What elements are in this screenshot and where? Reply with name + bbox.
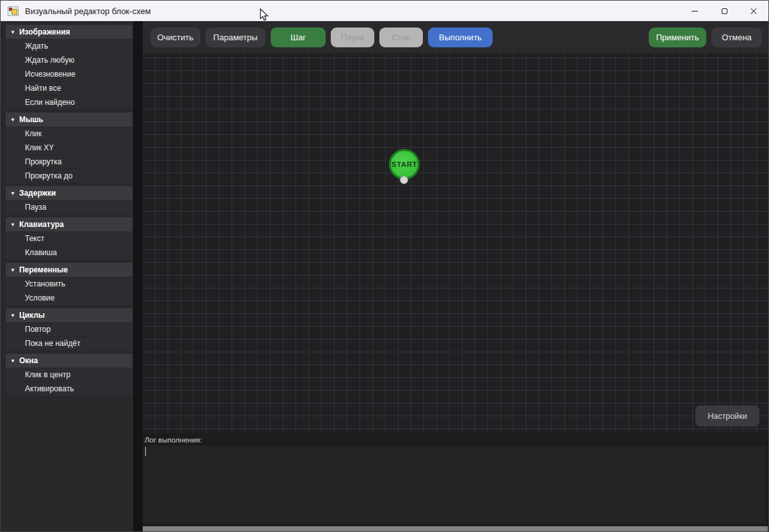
- sidebar-group-images: ▼Изображения Ждать Ждать любую Исчезнове…: [6, 25, 132, 109]
- maximize-icon: [722, 8, 727, 14]
- group-header-label: Циклы: [19, 311, 45, 320]
- app-icon: [8, 6, 19, 16]
- collapse-triangle-icon: ▼: [10, 117, 15, 123]
- minimize-button[interactable]: [680, 1, 710, 21]
- log-panel: Лог выполнения:: [143, 433, 769, 532]
- sidebar-item-disappear[interactable]: Исчезновение: [6, 67, 132, 81]
- close-button[interactable]: [739, 1, 768, 21]
- sidebar-item-activate[interactable]: Активировать: [6, 382, 132, 396]
- collapse-triangle-icon: ▼: [10, 222, 15, 228]
- sidebar-item-pause[interactable]: Пауза: [6, 200, 132, 214]
- app-icon-yellow-square: [12, 9, 17, 15]
- stop-button[interactable]: Стоп: [379, 27, 423, 47]
- group-header-images[interactable]: ▼Изображения: [6, 25, 132, 39]
- group-header-label: Клавиатура: [19, 220, 64, 229]
- group-header-delays[interactable]: ▼Задержки: [6, 186, 132, 200]
- group-header-windows[interactable]: ▼Окна: [6, 354, 132, 368]
- group-header-label: Окна: [19, 356, 38, 365]
- titlebar[interactable]: Визуальный редактор блок-схем: [1, 1, 768, 21]
- collapse-triangle-icon: ▼: [10, 313, 15, 318]
- collapse-triangle-icon: ▼: [10, 191, 15, 196]
- minimize-icon: [692, 11, 698, 12]
- sidebar-item-condition[interactable]: Условие: [6, 291, 132, 305]
- sidebar-item-wait[interactable]: Ждать: [6, 39, 132, 53]
- sidebar-item-set[interactable]: Установить: [6, 277, 132, 291]
- sidebar-group-mouse: ▼Мышь Клик Клик XY Прокрутка Прокрутка д…: [6, 113, 132, 183]
- window-title: Визуальный редактор блок-схем: [25, 6, 151, 16]
- collapse-triangle-icon: ▼: [10, 358, 15, 364]
- sidebar-item-find-all[interactable]: Найти все: [6, 81, 132, 95]
- group-header-mouse[interactable]: ▼Мышь: [6, 113, 132, 127]
- sidebar-divider: [133, 21, 143, 532]
- group-header-label: Изображения: [19, 27, 70, 36]
- group-header-label: Задержки: [19, 189, 56, 198]
- collapse-triangle-icon: ▼: [10, 29, 15, 35]
- apply-button[interactable]: Применить: [649, 27, 706, 47]
- clear-button[interactable]: Очистить: [150, 27, 200, 47]
- run-button[interactable]: Выполнить: [428, 27, 493, 47]
- sidebar-item-scroll-until[interactable]: Прокрутка до: [6, 169, 132, 183]
- block-palette-sidebar: ▼Изображения Ждать Ждать любую Исчезнове…: [1, 21, 133, 532]
- log-textarea[interactable]: [143, 446, 766, 524]
- sidebar-item-text[interactable]: Текст: [6, 231, 132, 246]
- sidebar-item-scroll[interactable]: Прокрутка: [6, 155, 132, 169]
- sidebar-item-until-found[interactable]: Пока не найдёт: [6, 336, 132, 350]
- sidebar-item-if-found[interactable]: Если найдено: [6, 95, 132, 109]
- start-node-output-port[interactable]: [400, 176, 408, 184]
- group-header-loops[interactable]: ▼Циклы: [6, 308, 132, 322]
- sidebar-group-delays: ▼Задержки Пауза: [6, 186, 132, 214]
- sidebar-group-loops: ▼Циклы Повтор Пока не найдёт: [6, 308, 132, 350]
- sidebar-group-keyboard: ▼Клавиатура Текст Клавиша: [6, 217, 132, 260]
- pause-button[interactable]: Пауза: [331, 27, 374, 47]
- cancel-button[interactable]: Отмена: [711, 27, 762, 47]
- settings-button[interactable]: Настройки: [695, 405, 759, 426]
- parameters-button[interactable]: Параметры: [205, 27, 266, 47]
- step-button[interactable]: Шаг: [271, 27, 326, 47]
- window-controls: [680, 1, 768, 21]
- start-node[interactable]: START: [389, 149, 420, 180]
- main-area: Очистить Параметры Шаг Пауза Стоп Выполн…: [143, 21, 769, 532]
- start-node-label: START: [392, 160, 417, 168]
- sidebar-item-click-xy[interactable]: Клик XY: [6, 141, 132, 155]
- close-icon: [750, 7, 757, 15]
- maximize-button[interactable]: [710, 1, 739, 21]
- collapse-triangle-icon: ▼: [10, 267, 15, 273]
- flowchart-canvas[interactable]: START Настройки: [143, 53, 769, 433]
- app-window: Визуальный редактор блок-схем ▼Изображен…: [0, 0, 769, 532]
- text-caret: [145, 447, 146, 456]
- toolbar: Очистить Параметры Шаг Пауза Стоп Выполн…: [143, 21, 769, 53]
- sidebar-item-click-center[interactable]: Клик в центр: [6, 368, 132, 382]
- group-header-label: Переменные: [19, 265, 68, 274]
- sidebar-item-click[interactable]: Клик: [6, 127, 132, 141]
- sidebar-item-wait-any[interactable]: Ждать любую: [6, 53, 132, 67]
- horizontal-scrollbar[interactable]: [143, 526, 768, 531]
- sidebar-group-variables: ▼Переменные Установить Условие: [6, 263, 132, 305]
- sidebar-item-repeat[interactable]: Повтор: [6, 322, 132, 336]
- group-header-variables[interactable]: ▼Переменные: [6, 263, 132, 277]
- group-header-label: Мышь: [19, 115, 44, 124]
- sidebar-item-key[interactable]: Клавиша: [6, 246, 132, 260]
- group-header-keyboard[interactable]: ▼Клавиатура: [6, 217, 132, 231]
- log-label: Лог выполнения:: [145, 436, 202, 444]
- sidebar-group-windows: ▼Окна Клик в центр Активировать: [6, 354, 132, 396]
